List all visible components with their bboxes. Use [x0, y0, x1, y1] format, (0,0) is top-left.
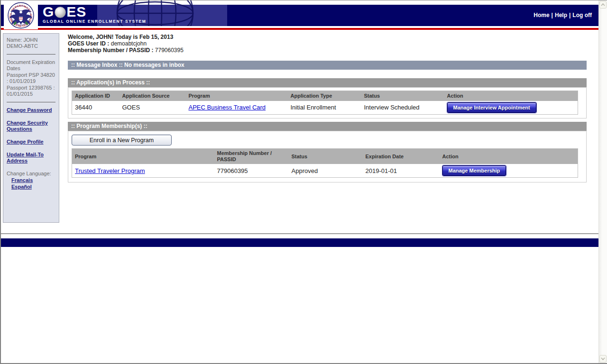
- program-link[interactable]: APEC Business Travel Card: [189, 104, 266, 111]
- manage-interview-appointment-button[interactable]: Manage Interview Appointment: [447, 102, 536, 113]
- sidebar-link-update-mailto-address[interactable]: Update Mail-To Address: [7, 152, 55, 164]
- application-id-cell: 36440: [72, 101, 120, 115]
- scroll-down-button[interactable]: [599, 355, 607, 363]
- red-divider-rule: [1, 28, 598, 30]
- logo-letters-es: ES: [66, 5, 86, 18]
- window-top-edge: [0, 0, 607, 0]
- applications-table: Application ID Application Source Progra…: [72, 91, 578, 115]
- goes-page: U.S. DEPARTMENT OF HOMELAND SECURITY: [0, 0, 607, 364]
- trusted-traveler-program-link[interactable]: Trusted Traveler Program: [75, 167, 145, 174]
- welcome-block: Welcome, JOHN! Today is Feb 15, 2013 GOE…: [68, 34, 184, 54]
- footer-navy-bar: [1, 238, 598, 247]
- membership-expiration-cell: 2019-01-01: [363, 164, 440, 178]
- nav-home-link[interactable]: Home: [533, 12, 549, 18]
- membership-number-cell: 779060395: [214, 164, 289, 178]
- nav-separator: |: [552, 12, 553, 18]
- column-header-membership-number: Membership Number / PASSID: [214, 149, 289, 164]
- document-expiration-title: Document Expiration Dates: [7, 59, 55, 72]
- sidebar-divider: [7, 54, 55, 55]
- user-id-value: demoabtcjohn: [111, 40, 147, 47]
- goes-logo-title: GES: [43, 5, 147, 18]
- goes-logo-subtitle: GLOBAL ONLINE ENROLLMENT SYSTEM: [43, 19, 147, 24]
- document-expiration-item: Passport 12398765 : 01/01/2015: [7, 85, 55, 97]
- vertical-scrollbar[interactable]: [598, 0, 607, 363]
- application-source-cell: GOES: [120, 101, 186, 115]
- main-content: Welcome, JOHN! Today is Feb 15, 2013 GOE…: [68, 30, 587, 234]
- change-language-label: Change Language:: [7, 171, 55, 177]
- dhs-seal: U.S. DEPARTMENT OF HOMELAND SECURITY: [4, 1, 38, 29]
- chevron-down-icon: [601, 357, 605, 360]
- column-header-application-type: Application Type: [288, 91, 361, 101]
- applications-section: Application ID Application Source Progra…: [68, 87, 587, 118]
- column-header-action: Action: [440, 149, 578, 164]
- sidebar-divider: [7, 102, 55, 102]
- column-header-program: Program: [72, 149, 214, 164]
- sidebar-link-change-profile[interactable]: Change Profile: [7, 139, 55, 145]
- column-header-application-source: Application Source: [120, 91, 186, 101]
- column-header-status: Status: [361, 91, 444, 101]
- scroll-up-button[interactable]: [599, 1, 607, 9]
- program-memberships-bar: :: Program Membership(s) ::: [68, 122, 587, 131]
- goes-logo: GES GLOBAL ONLINE ENROLLMENT SYSTEM: [43, 5, 147, 24]
- welcome-greeting: Welcome, JOHN! Today is Feb 15, 2013: [68, 34, 173, 40]
- applications-in-process-bar: :: Application(s) in Process ::: [68, 78, 587, 87]
- column-header-program: Program: [186, 91, 288, 101]
- enroll-new-program-button[interactable]: Enroll in a New Program: [72, 135, 172, 146]
- sidebar-link-change-security-questions[interactable]: Change Security Questions: [7, 120, 55, 132]
- window-left-edge: [0, 0, 1, 364]
- memberships-table: Program Membership Number / PASSID Statu…: [72, 148, 578, 178]
- application-status-cell: Interview Scheduled: [361, 101, 444, 115]
- document-expiration-item: Passport PSP 34820 : 01/01/2019: [7, 72, 55, 84]
- header: U.S. DEPARTMENT OF HOMELAND SECURITY: [1, 0, 598, 26]
- globe-o-icon: [55, 7, 66, 18]
- content-footer-divider: [1, 233, 598, 234]
- eagle-icon: [9, 9, 32, 25]
- sidebar-link-change-password[interactable]: Change Password: [7, 107, 55, 113]
- nav-logoff-link[interactable]: Log off: [572, 12, 592, 18]
- memberships-section: Enroll in a New Program Program Membersh…: [68, 131, 587, 182]
- membership-status-cell: Approved: [289, 164, 363, 178]
- membership-row: Trusted Traveler Program 779060395 Appro…: [72, 164, 578, 178]
- chevron-up-icon: [601, 3, 605, 6]
- top-nav: Home|Help|Log off: [533, 12, 592, 18]
- column-header-status: Status: [289, 149, 363, 164]
- column-header-application-id: Application ID: [72, 91, 120, 101]
- passid-label: Membership Number / PASSID :: [68, 47, 153, 54]
- sidebar-link-espanol[interactable]: Español: [11, 184, 55, 190]
- manage-membership-button[interactable]: Manage Membership: [442, 165, 506, 176]
- application-row: 36440 GOES APEC Business Travel Card Ini…: [72, 101, 578, 115]
- sidebar-user-name: Name: JOHN DEMO-ABTC: [7, 37, 55, 49]
- application-type-cell: Initial Enrollment: [288, 101, 361, 115]
- column-header-expiration-date: Expiration Date: [363, 149, 440, 164]
- column-header-action: Action: [444, 91, 578, 101]
- message-inbox-bar: :: Message Inbox :: No messages in inbox: [68, 61, 587, 70]
- logo-letter-g: G: [43, 5, 54, 18]
- passid-value: 779060395: [155, 47, 184, 54]
- nav-separator: |: [569, 12, 570, 18]
- nav-help-link[interactable]: Help: [555, 12, 567, 18]
- sidebar-link-francais[interactable]: Français: [11, 177, 55, 183]
- sidebar: Name: JOHN DEMO-ABTC Document Expiration…: [3, 33, 59, 223]
- user-id-label: GOES User ID :: [68, 40, 109, 47]
